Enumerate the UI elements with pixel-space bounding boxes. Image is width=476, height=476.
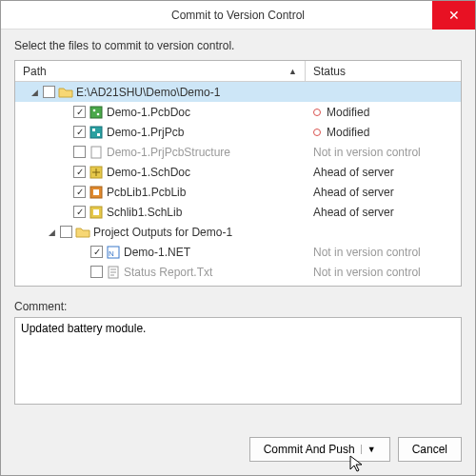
file-name: Demo-1.PrjPcb bbox=[107, 126, 184, 139]
generic-icon bbox=[89, 145, 104, 160]
commit-and-push-button[interactable]: Commit And Push ▼ bbox=[249, 437, 390, 462]
svg-rect-9 bbox=[93, 189, 99, 195]
file-name: Schlib1.SchLib bbox=[107, 206, 182, 219]
file-list: Path ▲ Status ◢ E:\AD21SHU\Demo\Demo-1 bbox=[14, 60, 462, 287]
subfolder-label: Project Outputs for Demo-1 bbox=[93, 226, 232, 239]
folder-icon bbox=[58, 85, 73, 100]
svg-point-2 bbox=[97, 112, 100, 115]
dialog-window: Commit to Version Control ✕ Select the f… bbox=[0, 0, 476, 476]
status-text: Modified bbox=[327, 126, 369, 139]
comment-input[interactable]: Updated battery module. bbox=[14, 317, 462, 405]
file-name: Demo-1.SchDoc bbox=[107, 166, 190, 179]
rows-container: ◢ E:\AD21SHU\Demo\Demo-1 Demo-1.PcbDocMo… bbox=[15, 82, 461, 286]
title-bar: Commit to Version Control ✕ bbox=[1, 1, 475, 30]
checkbox[interactable] bbox=[90, 266, 103, 278]
table-row[interactable]: Demo-1.SchDocAhead of server bbox=[15, 162, 461, 182]
table-row[interactable]: Demo-1.PrjPcbModified bbox=[15, 122, 461, 142]
svg-text:N: N bbox=[109, 249, 114, 258]
net-icon: N bbox=[106, 245, 121, 260]
checkbox[interactable] bbox=[73, 186, 86, 198]
svg-rect-3 bbox=[90, 127, 102, 138]
pcbdoc-icon bbox=[89, 105, 104, 120]
tree-root-row[interactable]: ◢ E:\AD21SHU\Demo\Demo-1 bbox=[15, 82, 461, 102]
column-header-status[interactable]: Status bbox=[306, 61, 461, 81]
folder-icon bbox=[75, 225, 90, 240]
comment-label: Comment: bbox=[1, 287, 475, 317]
schlib-icon bbox=[89, 205, 104, 220]
status-text: Not in version control bbox=[313, 146, 421, 159]
column-headers: Path ▲ Status bbox=[15, 61, 461, 82]
svg-rect-4 bbox=[92, 129, 95, 131]
checkbox[interactable] bbox=[73, 146, 86, 158]
cancel-button[interactable]: Cancel bbox=[398, 437, 462, 462]
file-name: Demo-1.PrjPcbStructure bbox=[107, 146, 230, 159]
table-row[interactable]: Demo-1.PrjPcbStructureNot in version con… bbox=[15, 142, 461, 162]
column-path-label: Path bbox=[23, 65, 47, 78]
column-status-label: Status bbox=[313, 65, 346, 78]
checkbox[interactable] bbox=[73, 166, 86, 178]
close-button[interactable]: ✕ bbox=[432, 1, 475, 30]
checkbox[interactable] bbox=[73, 206, 86, 218]
table-row[interactable]: Demo-1.PcbDocModified bbox=[15, 102, 461, 122]
status-text: Ahead of server bbox=[313, 166, 394, 179]
svg-rect-0 bbox=[90, 107, 102, 118]
checkbox[interactable] bbox=[90, 246, 103, 258]
file-name: Demo-1.NET bbox=[124, 246, 190, 259]
modified-indicator-icon bbox=[313, 109, 321, 116]
checkbox[interactable] bbox=[73, 126, 86, 138]
chevron-down-icon[interactable]: ◢ bbox=[30, 87, 40, 97]
commit-and-push-label: Commit And Push bbox=[264, 443, 355, 456]
file-name: Status Report.Txt bbox=[124, 266, 212, 279]
close-icon: ✕ bbox=[448, 8, 460, 23]
pcblib-icon bbox=[89, 185, 104, 200]
tree-subfolder-row[interactable]: ◢ Project Outputs for Demo-1 bbox=[15, 222, 461, 242]
prjpcb-icon bbox=[89, 125, 104, 140]
text-icon bbox=[106, 265, 121, 280]
table-row[interactable]: PcbLib1.PcbLibAhead of server bbox=[15, 182, 461, 202]
status-text: Modified bbox=[327, 106, 369, 119]
dialog-footer: Commit And Push ▼ Cancel bbox=[1, 426, 475, 475]
table-row[interactable]: Schlib1.SchLibAhead of server bbox=[15, 202, 461, 222]
modified-indicator-icon bbox=[313, 129, 321, 136]
checkbox[interactable] bbox=[73, 106, 86, 118]
table-row[interactable]: Status Report.TxtNot in version control bbox=[15, 262, 461, 282]
cancel-label: Cancel bbox=[412, 443, 447, 456]
status-text: Not in version control bbox=[313, 266, 421, 279]
file-name: PcbLib1.PcbLib bbox=[107, 186, 186, 199]
root-label: E:\AD21SHU\Demo\Demo-1 bbox=[76, 86, 220, 99]
checkbox[interactable] bbox=[43, 86, 55, 98]
window-title: Commit to Version Control bbox=[171, 9, 305, 22]
status-text: Ahead of server bbox=[313, 206, 394, 219]
column-header-path[interactable]: Path ▲ bbox=[15, 61, 306, 81]
table-row[interactable]: NDemo-1.NETNot in version control bbox=[15, 242, 461, 262]
chevron-down-icon[interactable]: ◢ bbox=[47, 227, 57, 237]
checkbox[interactable] bbox=[60, 226, 72, 238]
sort-indicator-icon: ▲ bbox=[288, 67, 297, 76]
dropdown-icon[interactable]: ▼ bbox=[361, 445, 376, 454]
svg-rect-5 bbox=[97, 133, 100, 136]
schdoc-icon bbox=[89, 165, 104, 180]
svg-rect-11 bbox=[93, 209, 99, 215]
status-text: Ahead of server bbox=[313, 186, 394, 199]
status-text: Not in version control bbox=[313, 246, 421, 259]
svg-rect-6 bbox=[91, 147, 101, 158]
svg-point-1 bbox=[93, 109, 96, 111]
instruction-text: Select the files to commit to version co… bbox=[1, 30, 475, 60]
file-name: Demo-1.PcbDoc bbox=[107, 106, 190, 119]
